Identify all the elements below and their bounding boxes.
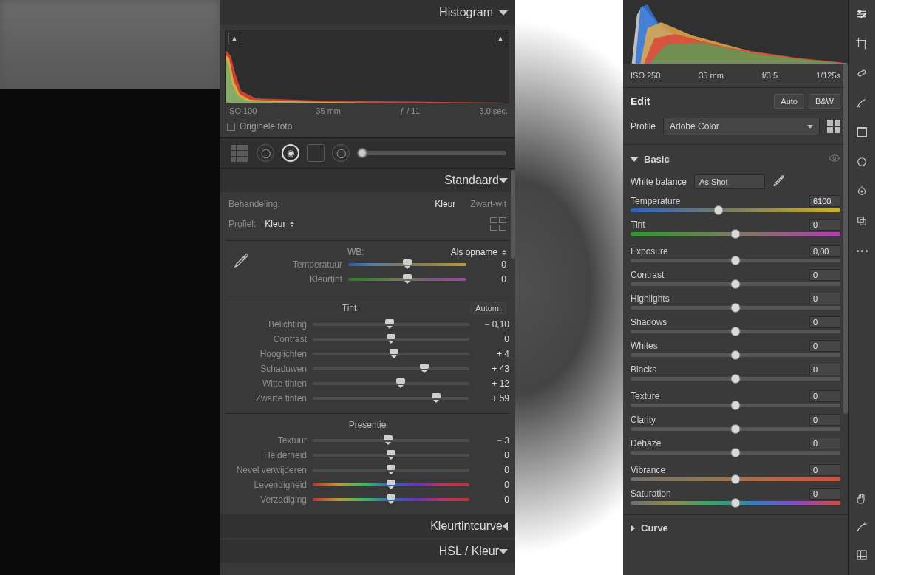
wb-select[interactable]: Als opname [451,247,506,257]
lr-slider[interactable]: Exposure 0,00 [631,245,840,262]
auto-button[interactable]: Autom. [470,302,506,314]
slider-track[interactable] [313,397,469,400]
slider-value[interactable]: 0 [809,340,840,352]
slider-value[interactable]: 0 [809,414,840,426]
slider-track[interactable] [631,404,840,407]
slider-track[interactable] [631,330,840,333]
slider-value[interactable]: 0 [809,390,840,402]
lr-slider[interactable]: Temperature 6100 [631,195,840,212]
tool-amount-slider[interactable] [357,151,506,155]
slider-value[interactable]: 0 [809,219,840,231]
slider-value[interactable]: 6100 [809,195,840,207]
lr-slider[interactable]: Vibrance 0 [631,464,840,481]
edit-sliders-icon[interactable] [854,6,870,22]
bw-button[interactable]: B&W [809,94,840,109]
auto-button[interactable]: Auto [774,94,804,109]
slider-knob[interactable] [731,229,741,239]
slider-knob[interactable] [731,498,741,508]
presets-icon[interactable] [854,213,870,229]
treatment-color[interactable]: Kleur [435,199,455,209]
slider-knob[interactable] [420,364,429,371]
slider-track[interactable] [631,282,840,286]
lc-slider[interactable]: Kleurtint 0 [261,272,506,287]
lr-slider[interactable]: Saturation 0 [631,488,840,505]
slider-value[interactable]: 0 [809,316,840,328]
slider-value[interactable]: 0 [475,494,509,505]
lc-slider[interactable]: Hooglichten + 4 [225,347,509,361]
slider-knob[interactable] [714,205,724,215]
lc-slider[interactable]: Helderheid 0 [225,448,509,463]
lr-slider[interactable]: Whites 0 [631,340,840,357]
lr-slider[interactable]: Tint 0 [631,219,840,236]
slider-value[interactable]: 0 [475,450,509,460]
slider-value[interactable]: 0 [472,274,506,285]
slider-track[interactable] [313,382,469,385]
slider-track[interactable] [313,323,469,326]
slider-value[interactable]: 0 [809,464,840,476]
lr-slider[interactable]: Texture 0 [631,390,840,407]
spot-tool-icon[interactable]: ◯ [257,144,274,162]
lr-slider[interactable]: Dehaze 0 [631,438,840,455]
slider-knob[interactable] [731,374,741,384]
slider-knob[interactable] [384,435,393,443]
lc-slider[interactable]: Textuur − 3 [225,433,509,448]
slider-knob[interactable] [396,378,405,386]
heal-icon[interactable] [854,65,870,81]
slider-knob[interactable] [387,334,395,341]
slider-knob[interactable] [403,259,412,267]
slider-track[interactable] [313,353,469,355]
slider-track[interactable] [631,501,840,505]
lr-slider[interactable]: Clarity 0 [631,414,840,431]
slider-knob[interactable] [731,279,741,289]
shadow-clip-icon[interactable]: ▲ [228,33,240,44]
slider-value[interactable]: 0 [475,465,509,475]
brush-icon[interactable] [854,95,870,111]
lc-histogram[interactable]: ▲ ▲ [225,30,509,103]
slider-value[interactable]: 0 [472,259,506,270]
hand-icon[interactable] [854,491,870,507]
slider-value[interactable]: 0,00 [809,245,840,257]
lc-slider[interactable]: Schaduwen + 43 [225,361,509,376]
slider-knob[interactable] [387,450,395,457]
slider-knob[interactable] [385,319,394,327]
grid-icon[interactable] [854,547,870,563]
slider-knob[interactable] [403,274,412,282]
slider-track[interactable] [631,306,840,310]
slider-knob[interactable] [731,401,741,410]
slider-knob[interactable] [731,350,741,360]
lc-slider[interactable]: Levendigheid 0 [225,477,509,492]
slider-value[interactable]: − 3 [475,435,509,446]
eye-icon[interactable] [829,152,840,166]
lc-slider[interactable]: Nevel verwijderen 0 [225,463,509,477]
zoom-icon[interactable] [854,519,870,535]
lr-basic-header[interactable]: Basic [631,149,840,172]
grad-tool-icon[interactable] [307,144,325,162]
slider-knob[interactable] [731,303,741,313]
slider-value[interactable]: + 4 [475,349,509,359]
lr-wb-select[interactable]: As Shot [694,174,765,189]
histogram-header[interactable]: Histogram [220,0,515,25]
slider-knob[interactable] [731,327,741,336]
slider-knob[interactable] [731,256,741,265]
slider-value[interactable]: 0 [809,438,840,449]
lc-slider[interactable]: Witte tinten + 12 [225,376,509,391]
lr-slider[interactable]: Shadows 0 [631,316,840,333]
lc-slider[interactable]: Contrast 0 [225,332,509,347]
radial-grad-icon[interactable] [854,154,870,170]
crop-icon[interactable] [854,35,870,52]
wb-eyedropper-icon[interactable] [772,174,786,189]
crop-tool-icon[interactable] [228,145,249,161]
slider-track[interactable] [631,353,840,357]
slider-value[interactable]: 0 [809,269,840,281]
slider-knob[interactable] [390,349,398,356]
slider-track[interactable] [313,498,469,501]
hsl-header[interactable]: HSL / Kleur [220,540,515,563]
slider-knob[interactable] [387,465,395,472]
slider-value[interactable]: − 0,10 [475,319,509,330]
slider-track[interactable] [631,208,840,212]
slider-knob[interactable] [432,393,441,401]
profile-select[interactable]: Kleur [265,219,294,229]
lr-profile-select[interactable]: Adobe Color [663,118,820,135]
slider-value[interactable]: + 59 [475,393,509,404]
profile-browser-icon[interactable] [490,217,506,231]
